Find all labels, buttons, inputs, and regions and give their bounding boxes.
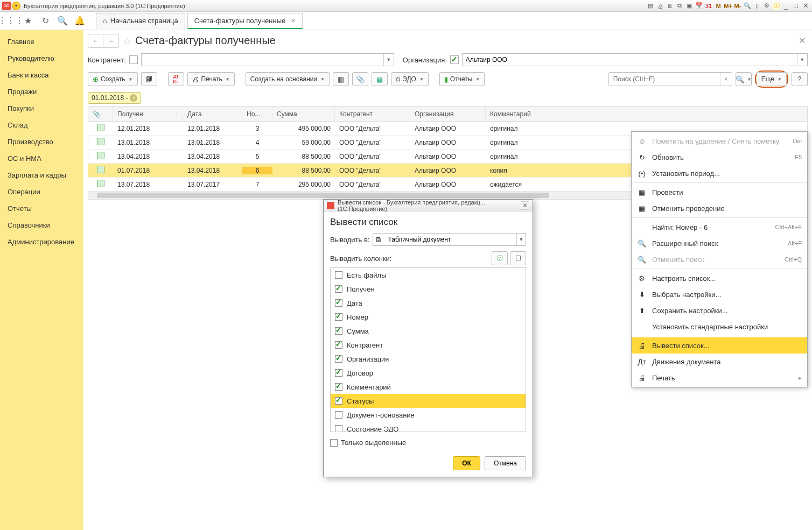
search-clear-icon[interactable]: × — [720, 73, 732, 86]
print-icon[interactable]: 🖨 — [656, 2, 664, 10]
search-input[interactable] — [609, 73, 720, 86]
nav-item[interactable]: Главное — [0, 33, 83, 50]
col-comment[interactable]: Комментарий — [486, 107, 540, 121]
page-close-icon[interactable]: ✕ — [796, 33, 808, 48]
column-item[interactable]: Состояние ЭДО — [331, 422, 526, 432]
chevron-down-icon[interactable]: ▼ — [516, 234, 526, 245]
menu-item[interactable]: 🖨Вывести список... — [632, 337, 807, 354]
nav-item[interactable]: Отчеты — [0, 200, 83, 217]
nav-item[interactable]: Покупки — [0, 100, 83, 117]
output-input[interactable] — [384, 234, 516, 245]
panel-icon[interactable]: ▯ — [753, 2, 761, 10]
column-item[interactable]: Получен — [331, 282, 526, 296]
edo-button[interactable]: ⎙ ЭДО ▼ — [391, 72, 429, 86]
document-icon[interactable]: 🗎 — [666, 2, 674, 10]
nav-item[interactable]: Администрирование — [0, 234, 83, 250]
m-minus-icon[interactable]: M- — [733, 2, 742, 10]
nav-item[interactable]: ОС и НМА — [0, 150, 83, 167]
column-checkbox[interactable] — [335, 327, 342, 335]
column-item[interactable]: Документ-основание — [331, 408, 526, 422]
calc-icon[interactable]: ▣ — [685, 2, 694, 10]
zoom-icon[interactable]: 🔍 — [743, 2, 752, 10]
column-item[interactable]: Есть файлы — [331, 268, 526, 282]
org-combo[interactable]: ▼ — [462, 53, 808, 66]
menu-item[interactable]: ↻ОбновитьF5 — [632, 149, 807, 165]
col-number[interactable]: Но... — [242, 107, 272, 121]
menu-item[interactable]: ⬇Выбрать настройки... — [632, 286, 807, 302]
nav-back-icon[interactable]: ← — [88, 34, 103, 47]
column-item[interactable]: Дата — [331, 296, 526, 310]
column-item[interactable]: Организация — [331, 352, 526, 366]
nav-item[interactable]: Руководителю — [0, 50, 83, 67]
settings-icon[interactable]: ⚙ — [762, 2, 771, 10]
history-icon[interactable]: ↻ — [38, 13, 53, 29]
chip-clear-icon[interactable]: × — [130, 94, 137, 102]
search-box[interactable]: × — [608, 72, 732, 86]
reports-button[interactable]: ▮ Отчеты ▼ — [439, 72, 485, 86]
menu-item[interactable]: ⊘Пометить на удаление / Снять пометкуDel — [632, 133, 807, 149]
menu-item[interactable]: ⚙Настроить список... — [632, 270, 807, 286]
column-item[interactable]: Статусы — [331, 394, 526, 408]
column-item[interactable]: Комментарий — [331, 380, 526, 394]
output-combo[interactable]: 🗎 ▼ — [373, 233, 526, 246]
col-date[interactable]: Дата — [183, 107, 242, 121]
counterparty-checkbox[interactable] — [129, 55, 138, 64]
menu-item[interactable]: 🔍Отменить поискCtrl+Q — [632, 251, 807, 267]
info-icon[interactable]: ⓘ — [772, 2, 781, 10]
menu-item[interactable]: (•)Установить период... — [632, 165, 807, 181]
column-item[interactable]: Номер — [331, 310, 526, 324]
column-checkbox[interactable] — [335, 313, 342, 321]
column-item[interactable]: Договор — [331, 366, 526, 380]
menu-item[interactable]: Найти: Номер - 6Ctrl+Alt+F — [632, 219, 807, 235]
column-checkbox[interactable] — [335, 383, 342, 391]
nav-item[interactable]: Банк и касса — [0, 67, 83, 83]
calendar-icon[interactable]: 📅 — [695, 2, 703, 10]
app-menu-dropdown[interactable]: ▾ — [12, 2, 20, 10]
tab-invoices[interactable]: Счета-фактуры полученные ✕ — [187, 13, 303, 29]
tab-home[interactable]: ⌂ Начальная страница — [96, 13, 185, 29]
column-checkbox[interactable] — [335, 271, 342, 279]
m-plus-icon[interactable]: M+ — [724, 2, 732, 10]
favorite-star-icon[interactable]: ☆ — [122, 34, 132, 47]
dt-kt-button[interactable]: ДтКт — [168, 72, 184, 86]
column-checkbox[interactable] — [335, 411, 342, 419]
counterparty-input[interactable] — [142, 54, 383, 66]
attach-button[interactable]: 📎 — [352, 72, 368, 86]
column-checkbox[interactable] — [335, 369, 342, 377]
menu-item[interactable]: Установить стандартные настройки — [632, 319, 807, 335]
help-button[interactable]: ? — [792, 72, 808, 86]
column-item[interactable]: Сумма — [331, 324, 526, 338]
column-checkbox[interactable] — [335, 355, 342, 363]
create-button[interactable]: ⊕ Создать ▼ — [88, 72, 138, 86]
only-selected-checkbox[interactable] — [330, 439, 338, 447]
column-checkbox[interactable] — [335, 285, 342, 293]
chevron-down-icon[interactable]: ▼ — [383, 54, 394, 66]
col-attachment[interactable]: 📎 — [88, 107, 113, 121]
uncheck-all-button[interactable]: ☐ — [510, 251, 526, 265]
search-icon[interactable]: 🔍 — [55, 13, 70, 29]
m-memory-icon[interactable]: M — [714, 2, 723, 10]
column-checkbox[interactable] — [335, 425, 342, 432]
nav-item[interactable]: Продажи — [0, 83, 83, 100]
col-organization[interactable]: Организация — [410, 107, 486, 121]
nav-forward-icon[interactable]: → — [103, 34, 118, 47]
org-checkbox[interactable] — [450, 55, 459, 64]
more-button[interactable]: Еще ▼ — [757, 72, 787, 86]
favorites-icon[interactable]: ★ — [20, 13, 36, 29]
find-button[interactable]: 🗐 — [141, 72, 157, 86]
check-all-button[interactable]: ☑ — [492, 251, 508, 265]
nav-item[interactable]: Склад — [0, 117, 83, 133]
column-checkbox[interactable] — [335, 341, 342, 349]
search-menu-button[interactable]: 🔍▼ — [736, 72, 752, 86]
column-checkbox[interactable] — [335, 299, 342, 307]
maximize-icon[interactable]: □ — [792, 2, 800, 10]
column-item[interactable]: Контрагент — [331, 338, 526, 352]
ok-button[interactable]: ОК — [453, 456, 480, 470]
nav-item[interactable]: Зарплата и кадры — [0, 167, 83, 183]
minimize-icon[interactable]: _ — [782, 2, 790, 10]
cancel-button[interactable]: Отмена — [485, 456, 526, 470]
notifications-icon[interactable]: 🔔 — [72, 13, 87, 29]
counterparty-combo[interactable]: ▼ — [141, 53, 394, 66]
print-button[interactable]: 🖨 Печать ▼ — [187, 72, 235, 86]
register-button[interactable]: ▥ — [333, 72, 349, 86]
